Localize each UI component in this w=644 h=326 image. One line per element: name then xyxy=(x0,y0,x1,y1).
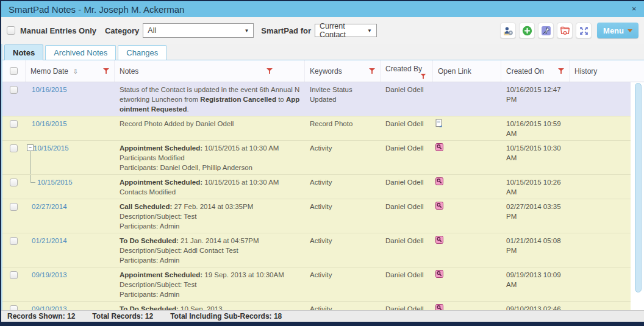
row-checkbox[interactable] xyxy=(10,271,18,279)
memo-date-link[interactable]: 09/10/2013 xyxy=(32,304,67,310)
select-all-checkbox[interactable] xyxy=(10,67,18,75)
note-line: Description/Subject: Addl Contact Test xyxy=(120,246,300,255)
memo-date-link[interactable]: 10/16/2015 xyxy=(32,85,67,94)
open-activity-link-icon[interactable] xyxy=(435,306,443,310)
open-activity-link-icon[interactable] xyxy=(435,204,443,211)
history-cell xyxy=(570,199,631,233)
filter-icon[interactable] xyxy=(420,74,426,79)
toolbar: Manual Entries Only Category All ▼ Smart… xyxy=(1,17,644,44)
note-line: Appointment Scheduled: 19 Sep. 2013 at 1… xyxy=(120,270,300,280)
folder-record-icon[interactable] xyxy=(557,23,573,38)
tree-elbow-connector xyxy=(30,175,35,183)
created-by-cell: Daniel Odell xyxy=(381,199,433,233)
memo-date-link[interactable]: 02/27/2014 xyxy=(32,202,67,211)
column-header-memo-date[interactable]: Memo Date ⇩ xyxy=(26,60,115,82)
open-photo-link-icon[interactable] xyxy=(435,121,443,129)
tab-notes[interactable]: Notes xyxy=(4,44,43,60)
smartpad-for-label: SmartPad for xyxy=(261,26,311,35)
keywords-cell: Activity xyxy=(305,233,381,267)
caret-down-icon xyxy=(628,29,632,32)
table-row[interactable]: 10/16/2015Record Photo Added by Daniel O… xyxy=(2,116,631,140)
filter-icon[interactable] xyxy=(369,68,375,74)
created-by-cell: Daniel Odell xyxy=(381,141,433,174)
open-activity-link-icon[interactable] xyxy=(435,179,443,186)
table-row[interactable]: 02/27/2014Call Scheduled: 27 Feb. 2014 a… xyxy=(2,199,631,233)
table-row[interactable]: −10/15/2015Appointment Scheduled: 10/15/… xyxy=(2,140,631,174)
created-by-cell: Daniel Odell xyxy=(381,233,433,267)
keywords-cell: Activity xyxy=(305,199,381,233)
column-header-created-by[interactable]: Created By xyxy=(381,60,433,82)
menu-button[interactable]: Menu xyxy=(597,23,639,38)
column-header-select[interactable] xyxy=(2,60,26,82)
lookup-contact-icon[interactable] xyxy=(500,23,516,38)
note-line: Participants Modified xyxy=(120,153,300,163)
notes-cell: Status of the Contact is updated in the … xyxy=(115,82,305,116)
memo-date-link[interactable]: 10/15/2015 xyxy=(37,177,73,187)
filter-icon[interactable] xyxy=(103,68,109,74)
history-cell xyxy=(570,116,631,140)
created-by-cell: Daniel Odell xyxy=(381,268,433,301)
manual-entries-checkbox[interactable] xyxy=(7,26,15,35)
note-line: To Do Scheduled: 21 Jan. 2014 at 04:57PM xyxy=(120,236,300,246)
open-activity-link-icon[interactable] xyxy=(435,238,443,245)
smartpad-for-select[interactable]: Current Contact ▼ xyxy=(315,24,377,37)
row-checkbox[interactable] xyxy=(10,120,18,128)
table-row[interactable]: 09/19/2013Appointment Scheduled: 19 Sep.… xyxy=(2,267,631,301)
open-link-cell xyxy=(433,82,501,116)
close-icon[interactable]: ✕ xyxy=(632,6,637,12)
column-label: Created By xyxy=(385,65,428,73)
column-header-notes[interactable]: Notes xyxy=(115,60,305,82)
note-line: Description/Subject: Test xyxy=(120,211,300,221)
note-line: Participants: Admin xyxy=(120,289,300,299)
memo-date-link[interactable]: 01/21/2014 xyxy=(32,236,67,246)
filter-icon[interactable] xyxy=(558,68,564,74)
row-checkbox[interactable] xyxy=(10,203,18,211)
note-line: Participants: Daniel Odell, Phillip Ande… xyxy=(120,163,300,172)
tab-changes[interactable]: Changes xyxy=(118,45,166,60)
memo-date-link[interactable]: 10/15/2015 xyxy=(34,143,69,153)
status-bar: Records Shown: 12 Total Records: 12 Tota… xyxy=(1,310,644,322)
notes-cell: To Do Scheduled: 21 Jan. 2014 at 04:57PM… xyxy=(115,233,305,267)
table-row[interactable]: 09/10/2013To Do Scheduled: 10 Sep. 2013A… xyxy=(2,301,631,310)
table-row[interactable]: 10/15/2015Appointment Scheduled: 10/15/2… xyxy=(2,174,631,199)
memo-date-link[interactable]: 10/16/2015 xyxy=(32,119,67,129)
records-shown: Records Shown: 12 xyxy=(7,312,75,321)
tab-archived-notes[interactable]: Archived Notes xyxy=(45,45,116,60)
column-header-open-link[interactable]: Open Link xyxy=(433,60,501,82)
category-select[interactable]: All ▼ xyxy=(143,23,254,38)
notes-cell: Appointment Scheduled: 10/15/2015 at 10:… xyxy=(115,175,305,199)
row-checkbox[interactable] xyxy=(10,237,18,245)
created-on-cell: 01/21/2014 05:08 PM xyxy=(501,233,570,267)
column-header-keywords[interactable]: Keywords xyxy=(305,60,381,82)
expand-icon[interactable] xyxy=(576,23,592,38)
open-activity-link-icon[interactable] xyxy=(435,272,443,279)
column-label: Created On xyxy=(506,67,544,76)
open-activity-link-icon[interactable] xyxy=(435,145,443,152)
column-header-created-on[interactable]: Created On xyxy=(501,60,570,82)
row-checkbox[interactable] xyxy=(10,144,18,152)
column-header-history[interactable]: History xyxy=(570,60,644,82)
keywords-cell: Invitee Status Updated xyxy=(305,82,381,116)
note-line: Appointment Scheduled: 10/15/2015 at 10:… xyxy=(120,177,300,187)
created-on-cell: 09/19/2013 10:09 AM xyxy=(501,268,570,301)
row-checkbox[interactable] xyxy=(10,305,18,310)
row-checkbox[interactable] xyxy=(10,86,18,94)
table-row[interactable]: 01/21/2014To Do Scheduled: 21 Jan. 2014 … xyxy=(2,233,631,267)
open-link-cell xyxy=(433,233,501,267)
scrollbar-thumb[interactable] xyxy=(635,83,642,292)
created-by-cell: Daniel Odell xyxy=(381,116,433,140)
vertical-scrollbar[interactable] xyxy=(635,82,642,310)
window-title: SmartPad Notes - Mr. Joseph M. Ackerman xyxy=(9,4,184,15)
table-row[interactable]: 10/16/2015Status of the Contact is updat… xyxy=(2,82,631,116)
keywords-cell: Activity xyxy=(305,175,381,199)
memo-date-link[interactable]: 09/19/2013 xyxy=(32,270,67,280)
pin-note-icon[interactable] xyxy=(538,23,554,38)
filter-icon[interactable] xyxy=(267,68,273,74)
add-icon[interactable] xyxy=(519,23,535,38)
table-body: 10/16/2015Status of the Contact is updat… xyxy=(2,82,644,310)
open-link-cell xyxy=(433,302,501,310)
main-panel: NotesArchived NotesChanges Memo Date ⇩No… xyxy=(1,44,644,310)
row-checkbox[interactable] xyxy=(10,179,18,186)
open-link-cell xyxy=(433,116,501,140)
table-header: Memo Date ⇩NotesKeywordsCreated ByOpen L… xyxy=(2,60,644,82)
